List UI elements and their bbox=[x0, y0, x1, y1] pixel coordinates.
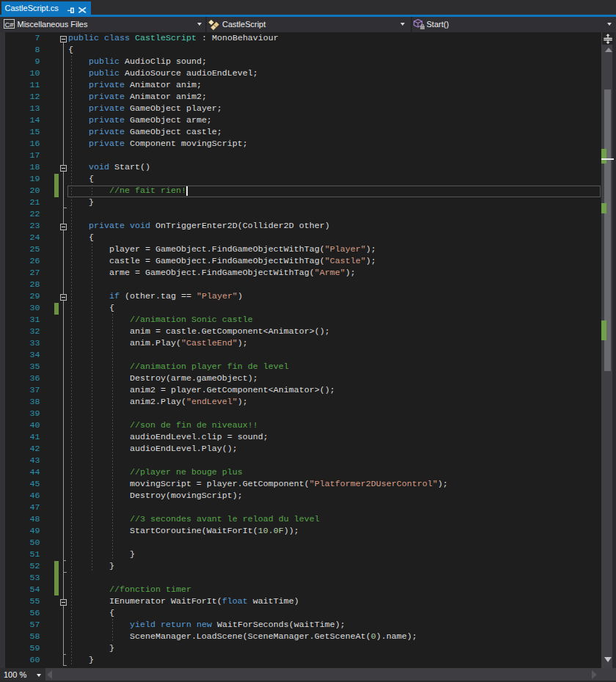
svg-text:C#: C# bbox=[5, 21, 15, 29]
